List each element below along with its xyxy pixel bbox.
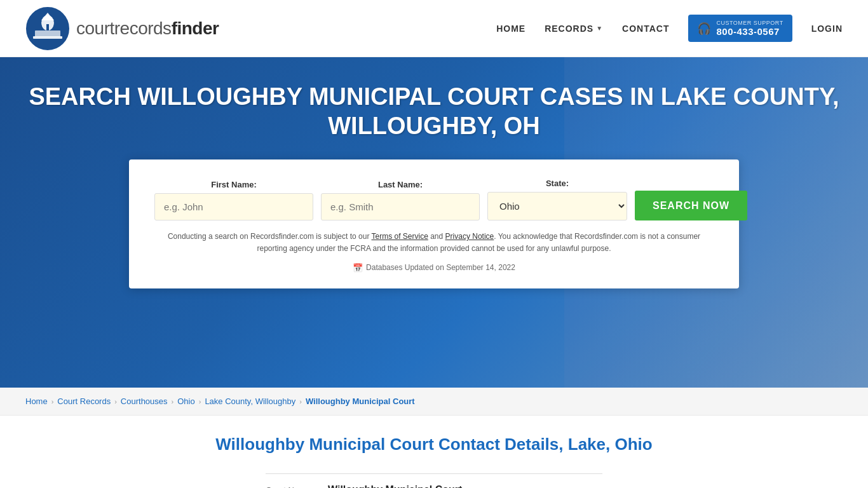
first-name-label: First Name:: [154, 180, 313, 189]
first-name-input[interactable]: [154, 193, 313, 220]
breadcrumb: Home › Court Records › Courthouses › Ohi…: [0, 388, 868, 416]
breadcrumb-home[interactable]: Home: [25, 396, 48, 406]
nav-home[interactable]: HOME: [496, 24, 526, 34]
privacy-link[interactable]: Privacy Notice: [445, 232, 494, 241]
state-group: State: Ohio: [487, 179, 627, 220]
breadcrumb-sep-1: ›: [51, 398, 54, 405]
support-phone: 800-433-0567: [716, 26, 779, 37]
support-button[interactable]: 🎧 CUSTOMER SUPPORT 800-433-0567: [688, 15, 792, 42]
main-nav: HOME RECORDS ▼ CONTACT 🎧 CUSTOMER SUPPOR…: [496, 15, 843, 42]
svg-rect-3: [35, 30, 60, 37]
svg-rect-4: [39, 25, 42, 30]
first-name-group: First Name:: [154, 180, 313, 220]
breadcrumb-sep-3: ›: [172, 398, 174, 405]
breadcrumb-ohio[interactable]: Ohio: [177, 396, 194, 406]
last-name-group: Last Name:: [321, 180, 480, 220]
disclaimer-text: Conducting a search on Recordsfinder.com…: [154, 231, 714, 255]
nav-records[interactable]: RECORDS ▼: [545, 24, 603, 34]
hero-title: SEARCH WILLOUGHBY MUNICIPAL COURT CASES …: [13, 83, 855, 140]
support-label: CUSTOMER SUPPORT: [716, 20, 783, 26]
breadcrumb-sep-4: ›: [199, 398, 201, 405]
headset-icon: 🎧: [697, 22, 711, 36]
logo-link[interactable]: courtrecordsfinder: [25, 6, 496, 51]
logo-icon: [25, 6, 70, 51]
search-button[interactable]: SEARCH NOW: [635, 191, 747, 220]
nav-contact[interactable]: CONTACT: [622, 24, 669, 34]
last-name-label: Last Name:: [321, 180, 480, 189]
svg-rect-5: [46, 24, 49, 30]
calendar-icon: 📅: [353, 263, 363, 273]
breadcrumb-sep-5: ›: [299, 398, 302, 405]
breadcrumb-lake-county[interactable]: Lake County, Willoughby: [205, 396, 295, 406]
state-select[interactable]: Ohio: [487, 192, 627, 220]
chevron-down-icon: ▼: [596, 25, 603, 32]
search-fields: First Name: Last Name: State: Ohio SEARC…: [154, 179, 714, 220]
db-updated: 📅 Databases Updated on September 14, 202…: [154, 263, 714, 273]
state-label: State:: [487, 179, 627, 188]
section-title: Willoughby Municipal Court Contact Detai…: [127, 435, 741, 454]
logo-text: courtrecordsfinder: [76, 18, 219, 39]
nav-login[interactable]: LOGIN: [811, 24, 843, 34]
breadcrumb-courthouses[interactable]: Courthouses: [121, 396, 168, 406]
site-header: courtrecordsfinder HOME RECORDS ▼ CONTAC…: [0, 0, 868, 57]
breadcrumb-sep-2: ›: [114, 398, 117, 405]
search-card: First Name: Last Name: State: Ohio SEARC…: [129, 159, 739, 288]
svg-rect-6: [53, 25, 56, 30]
breadcrumb-current: Willoughby Municipal Court: [306, 396, 415, 406]
main-content: Willoughby Municipal Court Contact Detai…: [0, 416, 868, 488]
hero-section: SEARCH WILLOUGHBY MUNICIPAL COURT CASES …: [0, 57, 868, 388]
last-name-input[interactable]: [321, 193, 480, 220]
breadcrumb-court-records[interactable]: Court Records: [57, 396, 111, 406]
terms-link[interactable]: Terms of Service: [372, 232, 428, 241]
court-name-label: Court Name:: [266, 485, 323, 488]
detail-table: Court Name: Willoughby Municipal Court S…: [266, 473, 602, 488]
court-name-value: Willoughby Municipal Court: [328, 484, 462, 488]
court-name-row: Court Name: Willoughby Municipal Court: [266, 473, 602, 488]
